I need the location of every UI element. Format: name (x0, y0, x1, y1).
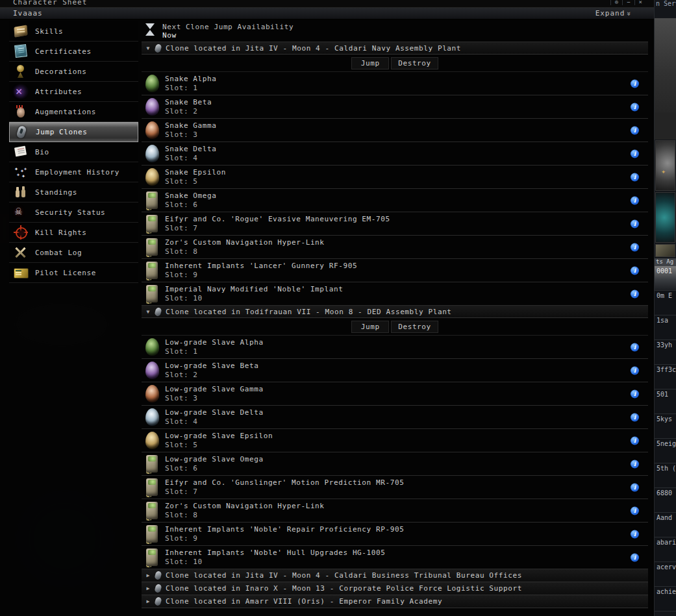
sidebar-item[interactable]: Jump Clones (9, 122, 138, 142)
implant-name: Zor's Custom Navigation Hyper-Link (165, 501, 325, 511)
clone-location: Clone located in Jita IV - Moon 4 - Cald… (166, 571, 522, 580)
implant-row[interactable]: Snake Beta Slot: 2 i (142, 95, 648, 119)
info-icon[interactable]: i (631, 343, 639, 351)
info-icon[interactable]: i (631, 79, 639, 88)
clone-header[interactable]: ▶ Clone located in Inaro X - Moon 13 - C… (142, 582, 648, 595)
security-status-skull-icon (12, 204, 29, 220)
implant-row[interactable]: Snake Omega Slot: 6 i (142, 189, 648, 212)
info-icon[interactable]: i (631, 389, 639, 398)
implant-row[interactable]: Inherent Implants 'Lancer' Gunnery RF-90… (142, 259, 648, 282)
info-icon[interactable]: i (631, 266, 639, 275)
implant-name: Snake Beta (165, 97, 212, 107)
close-icon[interactable]: × (634, 0, 646, 5)
sidebar-item[interactable]: Decorations (9, 62, 138, 82)
info-icon[interactable]: i (631, 366, 639, 375)
implant-row[interactable]: Low-grade Slave Epsilon Slot: 5 i (142, 429, 648, 452)
implant-row[interactable]: Snake Alpha Slot: 1 i (142, 72, 648, 95)
implant-row[interactable]: Inherent Implants 'Noble' Repair Profici… (142, 523, 648, 546)
implant-icon (144, 284, 160, 304)
implant-slot: Slot: 3 (165, 394, 264, 403)
info-icon[interactable]: i (631, 149, 639, 158)
sidebar: Skills Certificates Decorations Attribut… (9, 21, 138, 283)
clone-header[interactable]: ▼ Clone located in Jita IV - Moon 4 - Ca… (142, 42, 648, 55)
implant-name: Low-grade Slave Alpha (165, 338, 264, 347)
background-list-item: Aand (655, 513, 676, 537)
implant-icon (144, 143, 160, 164)
implant-row[interactable]: Eifyr and Co. 'Gunslinger' Motion Predic… (142, 476, 648, 499)
implant-row[interactable]: Snake Delta Slot: 4 i (142, 142, 648, 166)
implant-row[interactable]: Low-grade Slave Delta Slot: 4 i (142, 406, 648, 429)
implant-row[interactable]: Low-grade Slave Omega Slot: 6 i (142, 452, 648, 476)
attributes-dna-icon (12, 84, 29, 99)
jump-button[interactable]: Jump (351, 321, 389, 333)
implant-slot: Slot: 10 (165, 294, 343, 303)
destroy-button[interactable]: Destroy (391, 321, 438, 333)
jump-button[interactable]: Jump (351, 57, 389, 69)
sidebar-item[interactable]: Kill Rights (9, 223, 138, 243)
sidebar-item[interactable]: Standings (9, 182, 138, 203)
info-icon[interactable]: i (631, 460, 639, 468)
sidebar-item-label: Combat Log (35, 249, 82, 257)
implant-row[interactable]: Zor's Custom Navigation Hyper-Link Slot:… (142, 499, 648, 523)
title-bar[interactable]: Character Sheet ⊙ − × (0, 0, 654, 8)
implant-row[interactable]: Eifyr and Co. 'Rogue' Evasive Maneuverin… (142, 212, 648, 236)
info-icon[interactable]: i (631, 173, 639, 181)
sidebar-item-label: Attributes (35, 88, 82, 96)
destroy-button[interactable]: Destroy (391, 57, 438, 69)
clone-header[interactable]: ▶ Clone located in Jita IV - Moon 4 - Ca… (142, 569, 648, 582)
implant-row[interactable]: Imperial Navy Modified 'Noble' Implant S… (142, 282, 648, 306)
info-icon[interactable]: i (631, 530, 639, 538)
sidebar-item[interactable]: Certificates (9, 42, 138, 62)
implant-row[interactable]: Snake Epsilon Slot: 5 i (142, 166, 648, 189)
info-icon[interactable]: i (631, 483, 639, 491)
implant-name: Snake Gamma (165, 121, 216, 130)
implant-name: Low-grade Slave Beta (165, 361, 258, 371)
info-icon[interactable]: i (631, 506, 639, 515)
sidebar-item-label: Employment History (35, 168, 119, 177)
sidebar-item[interactable]: Skills (9, 21, 138, 42)
info-icon[interactable]: i (631, 413, 639, 421)
sidebar-item[interactable]: Pilot License (9, 263, 138, 283)
clone-header[interactable]: ▼ Clone located in Todifrauan VII - Moon… (142, 306, 648, 318)
clone-header[interactable]: ▶ Clone located in Amarr VIII (Oris) - E… (142, 595, 648, 608)
implant-row[interactable]: Low-grade Slave Gamma Slot: 3 i (142, 382, 648, 406)
info-icon[interactable]: i (631, 126, 639, 134)
expand-triangle-icon[interactable]: ▶ (145, 585, 151, 591)
implant-slot: Slot: 8 (165, 247, 325, 256)
implant-row[interactable]: Snake Gamma Slot: 3 i (142, 119, 648, 142)
collapse-triangle-icon[interactable]: ▼ (145, 45, 151, 51)
sidebar-item[interactable]: Augmentations (9, 102, 138, 122)
sidebar-item[interactable]: Attributes (9, 82, 138, 102)
implant-row[interactable]: Inherent Implants 'Noble' Hull Upgrades … (142, 546, 648, 569)
sidebar-item[interactable]: Security Status (9, 203, 138, 223)
implant-row[interactable]: Zor's Custom Navigation Hyper-Link Slot:… (142, 236, 648, 259)
expand-triangle-icon[interactable]: ▶ (145, 573, 151, 578)
expand-button[interactable]: Expand» (595, 9, 632, 18)
implant-icon (144, 237, 160, 257)
standings-people-icon (12, 184, 29, 200)
info-icon[interactable]: i (631, 103, 639, 111)
implant-icon (144, 477, 160, 497)
info-icon[interactable]: i (631, 219, 639, 228)
background-panel (655, 18, 676, 112)
info-icon[interactable]: i (631, 553, 639, 561)
info-icon[interactable]: i (631, 196, 639, 204)
info-icon[interactable]: i (631, 243, 639, 251)
implant-row[interactable]: Low-grade Slave Beta Slot: 2 i (142, 359, 648, 382)
implant-slot: Slot: 5 (165, 441, 273, 450)
implant-row[interactable]: Low-grade Slave Alpha Slot: 1 i (142, 336, 648, 359)
implant-name: Imperial Navy Modified 'Noble' Implant (165, 284, 343, 294)
implant-icon (144, 360, 160, 380)
pin-icon[interactable]: ⊙ (610, 0, 622, 5)
collapse-triangle-icon[interactable]: ▼ (145, 309, 151, 315)
sidebar-item[interactable]: Combat Log (9, 243, 138, 263)
medal-thumbnail (655, 192, 675, 243)
sidebar-item[interactable]: Bio (9, 142, 138, 162)
sidebar-item[interactable]: Employment History (9, 162, 138, 182)
info-icon[interactable]: i (631, 290, 639, 298)
info-icon[interactable]: i (631, 436, 639, 445)
expand-triangle-icon[interactable]: ▶ (145, 598, 151, 604)
background-list-item: 6880 (655, 488, 676, 513)
minimize-icon[interactable]: − (622, 0, 634, 5)
implant-name: Snake Delta (165, 144, 216, 154)
